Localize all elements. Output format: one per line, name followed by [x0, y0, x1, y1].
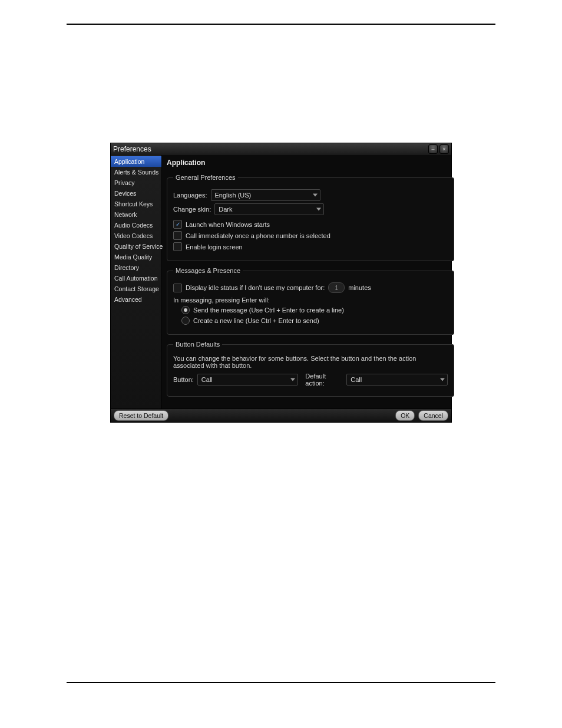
- group-button-defaults: Button Defaults You can change the behav…: [167, 341, 454, 397]
- sidebar-item-network[interactable]: Network: [111, 209, 161, 220]
- sidebar-item-directory[interactable]: Directory: [111, 262, 161, 273]
- chevron-down-icon: [290, 378, 295, 381]
- enter-behavior-heading: In messaging, pressing Enter will:: [173, 297, 448, 304]
- group-general-preferences: General Preferences Languages: English (…: [167, 174, 454, 261]
- button-select[interactable]: Call: [197, 374, 298, 386]
- group-messages-presence: Messages & Presence Display idle status …: [167, 267, 454, 335]
- languages-value: English (US): [215, 192, 252, 199]
- reset-to-default-button[interactable]: Reset to Default: [114, 410, 168, 421]
- launch-checkbox[interactable]: [173, 220, 182, 229]
- idle-label-pre: Display idle status if I don't use my co…: [186, 284, 325, 291]
- sidebar-item-application[interactable]: Application: [111, 156, 161, 167]
- sidebar-item-call-automation[interactable]: Call Automation: [111, 273, 161, 284]
- sidebar-item-contact-storage[interactable]: Contact Storage: [111, 284, 161, 294]
- button-select-value: Call: [201, 376, 213, 383]
- default-action-select[interactable]: Call: [346, 374, 447, 386]
- sidebar-item-audio-codecs[interactable]: Audio Codecs: [111, 220, 161, 230]
- sidebar-item-media-quality[interactable]: Media Quality: [111, 252, 161, 262]
- close-icon[interactable]: ×: [439, 144, 449, 154]
- content-panel: Application General Preferences Language…: [162, 155, 459, 409]
- legend-button-defaults: Button Defaults: [173, 341, 222, 348]
- cancel-button[interactable]: Cancel: [418, 410, 448, 421]
- sidebar-item-video-codecs[interactable]: Video Codecs: [111, 230, 161, 241]
- skin-value: Dark: [219, 206, 232, 213]
- sidebar-item-quality-of-service[interactable]: Quality of Service: [111, 241, 161, 252]
- radio-create-newline[interactable]: [181, 317, 190, 325]
- sidebar: Application Alerts & Sounds Privacy Devi…: [111, 155, 162, 409]
- radio-send-message[interactable]: [181, 306, 190, 314]
- languages-select[interactable]: English (US): [211, 189, 320, 201]
- radio-newline-label: Create a new line (Use Ctrl + Enter to s…: [193, 317, 319, 324]
- button-label: Button:: [173, 376, 194, 383]
- ok-button[interactable]: OK: [395, 410, 415, 421]
- sidebar-item-shortcut-keys[interactable]: Shortcut Keys: [111, 199, 161, 209]
- legend-general: General Preferences: [173, 174, 238, 181]
- minimize-icon[interactable]: –: [428, 144, 438, 154]
- skin-label: Change skin:: [173, 206, 211, 213]
- default-action-label: Default action:: [305, 373, 343, 387]
- sidebar-item-devices[interactable]: Devices: [111, 188, 161, 199]
- radio-send-label: Send the message (Use Ctrl + Enter to cr…: [193, 307, 344, 314]
- window-title: Preferences: [113, 145, 151, 153]
- enable-login-checkbox[interactable]: [173, 242, 182, 251]
- sidebar-item-advanced[interactable]: Advanced: [111, 294, 161, 305]
- enable-login-label: Enable login screen: [186, 243, 243, 251]
- panel-heading: Application: [167, 159, 454, 167]
- call-immediately-checkbox[interactable]: [173, 231, 182, 240]
- call-immediately-label: Call immediately once a phone number is …: [186, 232, 330, 239]
- skin-select[interactable]: Dark: [214, 203, 324, 215]
- preferences-window: Preferences – × Application Alerts & Sou…: [110, 143, 452, 423]
- footer: Reset to Default OK Cancel: [111, 409, 451, 422]
- button-defaults-description: You can change the behavior for some but…: [173, 355, 448, 369]
- languages-label: Languages:: [173, 192, 207, 199]
- idle-minutes-input[interactable]: 1: [328, 282, 345, 293]
- chevron-down-icon: [440, 378, 445, 381]
- chevron-down-icon: [316, 208, 321, 211]
- idle-label-post: minutes: [348, 284, 371, 291]
- titlebar: Preferences – ×: [111, 143, 451, 155]
- chevron-down-icon: [313, 194, 318, 197]
- sidebar-item-privacy[interactable]: Privacy: [111, 177, 161, 188]
- idle-checkbox[interactable]: [173, 284, 182, 292]
- sidebar-item-alerts-sounds[interactable]: Alerts & Sounds: [111, 167, 161, 177]
- legend-messages: Messages & Presence: [173, 267, 243, 274]
- default-action-value: Call: [351, 376, 362, 383]
- launch-label: Launch when Windows starts: [186, 221, 270, 228]
